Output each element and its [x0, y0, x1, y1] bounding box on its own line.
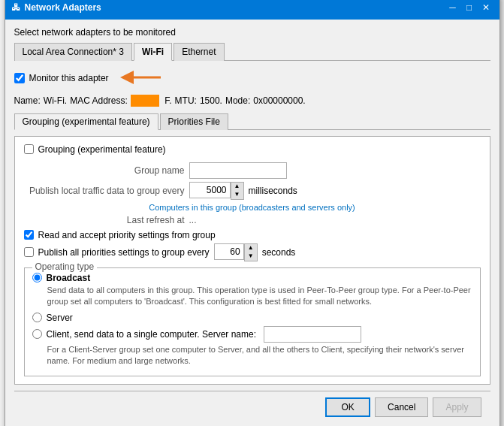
cancel-button[interactable]: Cancel — [375, 397, 428, 417]
ok-button[interactable]: OK — [325, 397, 370, 417]
grouping-checkbox[interactable] — [24, 144, 34, 154]
radio-client[interactable] — [32, 329, 42, 339]
name-value: Wi-Fi. — [44, 95, 67, 106]
group-name-row: Group name — [24, 162, 481, 179]
arrow-icon — [119, 68, 164, 86]
radio-server-label: Server — [47, 313, 73, 323]
info-row: Name: Wi-Fi. MAC Address: F. MTU: 1500. … — [14, 95, 490, 107]
publish-label: Publish local traffic data to group ever… — [24, 186, 189, 196]
publish-priority-spinner: ▲ ▼ — [214, 243, 258, 261]
grouping-panel: Grouping (experimental feature) Group na… — [14, 136, 490, 385]
title-bar: 🖧 Network Adapters ─ □ ✕ — [5, 0, 499, 20]
main-window: 🖧 Network Adapters ─ □ ✕ Select network … — [5, 0, 500, 426]
apply-button[interactable]: Apply — [433, 397, 481, 417]
mtu-value: 1500. — [200, 95, 222, 106]
grouping-label: Grouping (experimental feature) — [38, 144, 166, 155]
operating-group-legend: Operating type — [32, 261, 98, 272]
computers-label: Computers in this group (broadcasters an… — [24, 203, 481, 212]
last-refresh-label: Last refresh at — [24, 215, 189, 225]
tab-local-area[interactable]: Local Area Connection* 3 — [14, 43, 132, 61]
read-priority-checkbox[interactable] — [24, 230, 34, 240]
mac-label: MAC Address: — [70, 95, 128, 106]
publish-priority-spin-buttons: ▲ ▼ — [244, 243, 258, 261]
publish-spin-buttons: ▲ ▼ — [231, 182, 244, 200]
mode-label: Mode: — [225, 95, 250, 106]
publish-spinner: ▲ ▼ — [189, 182, 244, 200]
client-desc: For a Client-Server group set one comput… — [47, 344, 472, 367]
operating-type-group: Operating type Broadcast Send data to al… — [24, 267, 481, 377]
bottom-bar: OK Cancel Apply — [14, 391, 490, 423]
publish-value-input[interactable] — [189, 182, 231, 198]
broadcast-desc: Send data to all computers in this group… — [47, 285, 472, 308]
last-refresh-value: ... — [189, 215, 197, 225]
read-priority-row: Read and accept priority settings from g… — [24, 230, 481, 240]
computers-row: Computers in this group (broadcasters an… — [24, 203, 481, 212]
adapter-tab-bar: Local Area Connection* 3 Wi-Fi Ethernet — [14, 42, 490, 61]
sub-tab-grouping[interactable]: Grouping (experimental feature) — [14, 113, 158, 130]
monitor-row: Monitor this adapter — [14, 68, 490, 89]
radio-server[interactable] — [32, 313, 42, 322]
publish-priority-label: Publish all priorities settings to group… — [38, 247, 210, 258]
sub-tab-bar: Grouping (experimental feature) Prioriti… — [14, 113, 490, 130]
close-button[interactable]: ✕ — [478, 0, 493, 15]
mtu-label: MTU: — [175, 95, 197, 106]
tab-ethernet[interactable]: Ethernet — [174, 43, 224, 61]
milliseconds-label: milliseconds — [249, 186, 297, 196]
radio-client-label: Client, send data to a single computer. … — [47, 329, 257, 340]
sub-tab-priorities[interactable]: Priorities File — [160, 113, 228, 130]
radio-broadcast[interactable] — [32, 273, 42, 282]
publish-priority-unit: seconds — [262, 247, 296, 258]
radio-client-row: Client, send data to a single computer. … — [32, 326, 472, 343]
mode-value: 0x00000000. — [253, 95, 305, 106]
radio-broadcast-label: Broadcast — [47, 273, 91, 283]
publish-spin-up[interactable]: ▲ — [231, 183, 243, 191]
window-title: Network Adapters — [25, 2, 101, 13]
publish-priority-checkbox[interactable] — [24, 247, 34, 257]
select-label: Select network adapters to be monitored — [14, 27, 490, 38]
radio-server-row: Server — [32, 313, 472, 323]
title-bar-left: 🖧 Network Adapters — [11, 2, 101, 13]
mac-suffix: F. — [162, 95, 172, 106]
mac-value — [131, 95, 159, 107]
grouping-check-row: Grouping (experimental feature) — [24, 144, 481, 155]
publish-spin-down[interactable]: ▼ — [231, 191, 243, 199]
minimize-button[interactable]: ─ — [445, 0, 460, 15]
maximize-button[interactable]: □ — [462, 0, 477, 15]
group-name-input[interactable] — [189, 162, 287, 179]
name-label: Name: — [14, 95, 41, 106]
publish-priority-value-input[interactable] — [214, 243, 244, 260]
read-priority-label: Read and accept priority settings from g… — [38, 230, 216, 240]
last-refresh-row: Last refresh at ... — [24, 215, 481, 225]
publish-row: Publish local traffic data to group ever… — [24, 182, 481, 200]
server-name-input[interactable] — [264, 326, 361, 343]
monitor-label: Monitor this adapter — [29, 73, 109, 83]
publish-priority-row: Publish all priorities settings to group… — [24, 243, 481, 261]
monitor-checkbox[interactable] — [14, 73, 25, 83]
publish-priority-spin-up[interactable]: ▲ — [245, 244, 257, 252]
window-icon: 🖧 — [11, 2, 20, 13]
publish-priority-spin-down[interactable]: ▼ — [245, 252, 257, 261]
tab-wifi[interactable]: Wi-Fi — [134, 43, 172, 61]
title-bar-controls: ─ □ ✕ — [445, 0, 493, 15]
arrow-annotation — [119, 68, 164, 89]
group-name-label: Group name — [24, 165, 189, 176]
window-body: Select network adapters to be monitored … — [5, 20, 499, 426]
radio-broadcast-row: Broadcast — [32, 273, 472, 283]
